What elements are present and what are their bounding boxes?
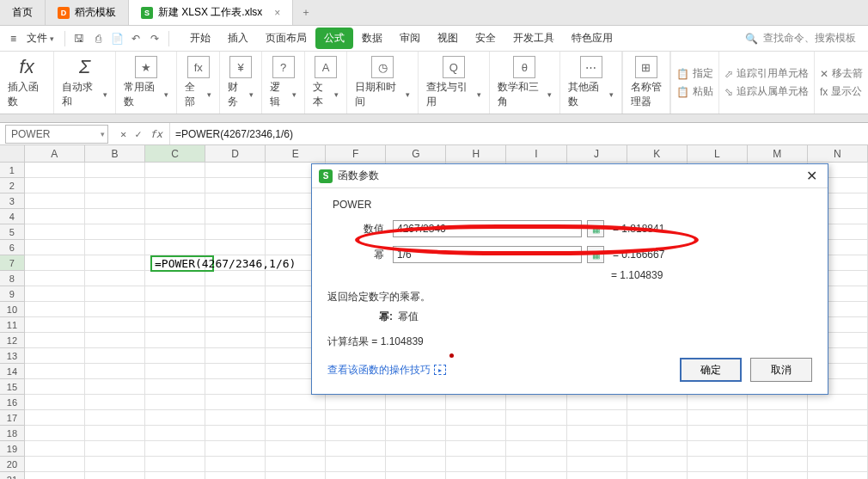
new-tab-button[interactable]: ＋ <box>293 0 319 25</box>
cell[interactable] <box>386 410 446 426</box>
cell[interactable] <box>506 472 566 479</box>
cell[interactable] <box>386 426 446 441</box>
show-formulas-button[interactable]: fx 显示公 <box>820 84 863 99</box>
cell[interactable] <box>326 410 386 426</box>
file-menu[interactable]: 文件 ▾ <box>23 29 58 47</box>
cell[interactable] <box>145 472 205 479</box>
cell[interactable] <box>266 395 326 410</box>
arg2-input[interactable]: 1/6 <box>393 246 582 263</box>
col-header-G[interactable]: G <box>386 145 446 162</box>
cell[interactable] <box>85 333 145 348</box>
cell[interactable] <box>25 441 85 457</box>
arg2-ref-button[interactable]: ▦ <box>587 246 604 263</box>
cell[interactable] <box>205 224 266 240</box>
cell[interactable] <box>25 193 85 209</box>
cell[interactable] <box>25 317 85 333</box>
tab-page-layout[interactable]: 页面布局 <box>257 28 315 49</box>
cell[interactable] <box>748 410 808 426</box>
cell[interactable] <box>567 457 627 472</box>
cell[interactable] <box>688 457 748 472</box>
cell[interactable] <box>25 410 85 426</box>
remove-arrows-button[interactable]: ✕ 移去箭 <box>820 66 863 81</box>
select-all-corner[interactable] <box>0 145 25 162</box>
cell[interactable] <box>266 441 326 457</box>
close-icon[interactable]: × <box>274 7 280 19</box>
cell[interactable] <box>506 441 566 457</box>
cell[interactable] <box>25 209 85 224</box>
cell[interactable] <box>326 395 386 410</box>
cell[interactable] <box>85 364 145 379</box>
cell[interactable] <box>25 302 85 317</box>
col-header-M[interactable]: M <box>748 145 808 162</box>
cell[interactable] <box>25 178 85 193</box>
cell[interactable] <box>627 441 688 457</box>
cell[interactable] <box>506 395 566 410</box>
finance-fn-button[interactable]: ¥财务 <box>220 52 262 114</box>
cell[interactable] <box>446 426 506 441</box>
cell[interactable] <box>145 348 205 364</box>
row-header-6[interactable]: 6 <box>0 240 25 255</box>
col-header-K[interactable]: K <box>627 145 688 162</box>
col-header-E[interactable]: E <box>266 145 326 162</box>
cell[interactable] <box>205 333 266 348</box>
cell[interactable] <box>266 457 326 472</box>
tab-docer[interactable]: D 稻壳模板 <box>46 0 129 25</box>
row-header-15[interactable]: 15 <box>0 379 25 395</box>
cell[interactable] <box>25 286 85 302</box>
tab-insert[interactable]: 插入 <box>219 28 257 49</box>
cell[interactable] <box>25 472 85 479</box>
cell[interactable] <box>205 379 266 395</box>
cell[interactable] <box>567 395 627 410</box>
tab-dev-tools[interactable]: 开发工具 <box>504 28 563 49</box>
cell[interactable] <box>205 457 266 472</box>
cell[interactable] <box>145 224 205 240</box>
cell[interactable] <box>205 209 266 224</box>
col-header-D[interactable]: D <box>205 145 266 162</box>
col-header-N[interactable]: N <box>808 145 868 162</box>
cell[interactable] <box>506 426 566 441</box>
col-header-I[interactable]: I <box>506 145 566 162</box>
cell[interactable] <box>25 379 85 395</box>
cell[interactable] <box>266 426 326 441</box>
cell[interactable] <box>25 271 85 286</box>
cell[interactable] <box>748 441 808 457</box>
cell[interactable] <box>205 395 266 410</box>
all-fn-button[interactable]: fx全部 <box>177 52 219 114</box>
tab-view[interactable]: 视图 <box>429 28 467 49</box>
cell[interactable] <box>205 410 266 426</box>
row-header-19[interactable]: 19 <box>0 441 25 457</box>
cell[interactable] <box>25 457 85 472</box>
cell[interactable] <box>808 410 868 426</box>
cell[interactable] <box>85 271 145 286</box>
cell[interactable] <box>25 348 85 364</box>
col-header-C[interactable]: C <box>145 145 205 162</box>
cell[interactable] <box>85 302 145 317</box>
cell[interactable] <box>748 395 808 410</box>
cell[interactable] <box>205 286 266 302</box>
print-icon[interactable]: 📄 <box>110 33 124 45</box>
cell[interactable] <box>446 395 506 410</box>
dialog-title-bar[interactable]: S 函数参数 ✕ <box>312 164 828 188</box>
row-header-9[interactable]: 9 <box>0 286 25 302</box>
cell[interactable] <box>446 472 506 479</box>
datetime-fn-button[interactable]: ◷日期和时间 <box>347 52 419 114</box>
cell[interactable] <box>386 441 446 457</box>
insert-function-button[interactable]: fx插入函数 <box>0 52 54 114</box>
redo-icon[interactable]: ↷ <box>148 33 162 45</box>
row-header-12[interactable]: 12 <box>0 333 25 348</box>
row-header-8[interactable]: 8 <box>0 271 25 286</box>
cell[interactable] <box>145 395 205 410</box>
cell[interactable] <box>808 441 868 457</box>
cell[interactable] <box>85 426 145 441</box>
cell[interactable] <box>85 193 145 209</box>
name-box[interactable]: POWER▾ <box>5 125 108 144</box>
tab-home[interactable]: 首页 <box>0 0 46 25</box>
tab-start[interactable]: 开始 <box>181 28 219 49</box>
cell[interactable] <box>326 457 386 472</box>
row-header-18[interactable]: 18 <box>0 426 25 441</box>
accept-formula-icon[interactable]: ✓ <box>135 128 141 140</box>
cell[interactable] <box>808 472 868 479</box>
cell[interactable] <box>145 457 205 472</box>
dropdown-icon[interactable]: ▾ <box>101 130 105 138</box>
tab-data[interactable]: 数据 <box>353 28 391 49</box>
